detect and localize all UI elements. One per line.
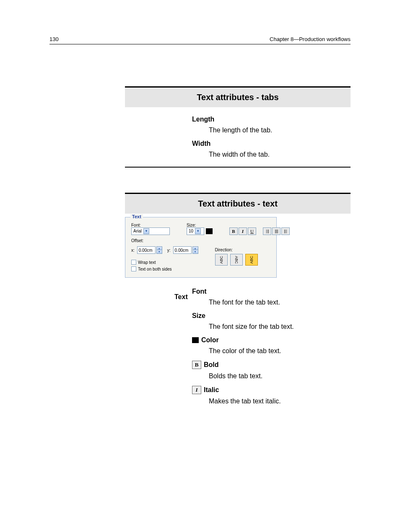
- chevron-down-icon: ▼: [157, 250, 162, 253]
- direction-vert-button[interactable]: ABC: [230, 254, 243, 266]
- wrap-text-label: Wrap text: [138, 260, 156, 265]
- field-term: Font: [192, 288, 351, 295]
- chapter-label: Chapter 8—Production workflows: [270, 36, 351, 42]
- field-desc: The font size for the tab text.: [209, 323, 351, 331]
- field-term: Color: [192, 336, 351, 344]
- chevron-up-icon: ▲: [193, 247, 198, 250]
- bold-button[interactable]: B: [229, 227, 238, 235]
- direction-label: Direction:: [215, 248, 258, 252]
- direction-down-button[interactable]: ABC: [245, 254, 258, 266]
- field-desc: Bolds the tab text.: [209, 372, 351, 380]
- direction-up-button[interactable]: ABC: [215, 254, 228, 266]
- size-select[interactable]: 10 ▼: [187, 227, 204, 235]
- offset-label: Offset:: [131, 238, 198, 243]
- both-sides-label: Text on both sides: [138, 267, 172, 271]
- color-swatch-icon[interactable]: [206, 228, 213, 234]
- topic-title: Text attributes - text: [125, 194, 351, 214]
- page-number: 130: [49, 36, 59, 42]
- field-desc: The length of the tab.: [209, 127, 351, 134]
- panel-legend: Text: [130, 214, 143, 219]
- chevron-up-icon: ▲: [157, 247, 162, 250]
- field-term: B Bold: [192, 361, 351, 369]
- side-heading: Text: [174, 293, 188, 301]
- size-label: Size:: [187, 223, 213, 227]
- chevron-down-icon: ▼: [195, 228, 201, 234]
- field-desc: Makes the tab text italic.: [209, 398, 351, 405]
- italic-icon: I: [192, 386, 201, 394]
- page-header: 130 Chapter 8—Production workflows: [49, 36, 351, 44]
- topic-tabs: Text attributes - tabs Length The length…: [125, 86, 351, 168]
- topic-text: Text attributes - text Text Font: Arial …: [125, 193, 351, 411]
- field-term: Length: [192, 116, 351, 123]
- offset-x-stepper[interactable]: 0.00cm ▲▼: [137, 246, 162, 254]
- underline-button[interactable]: U: [248, 227, 256, 235]
- bold-icon: B: [192, 361, 201, 369]
- italic-button[interactable]: I: [239, 227, 247, 235]
- both-sides-checkbox[interactable]: Text on both sides: [131, 266, 198, 271]
- font-value: Arial: [133, 229, 142, 233]
- chevron-down-icon: ▼: [193, 250, 198, 253]
- offset-y-stepper[interactable]: 0.00cm ▲▼: [173, 246, 198, 254]
- font-label: Font:: [131, 223, 170, 227]
- font-select[interactable]: Arial ▼: [131, 227, 170, 235]
- field-desc: The color of the tab text.: [209, 347, 351, 355]
- field-desc: The width of the tab.: [209, 151, 351, 158]
- offset-y-value: 0.00cm: [173, 246, 192, 254]
- field-desc: The font for the tab text.: [209, 299, 351, 306]
- topic-title: Text attributes - tabs: [125, 88, 351, 107]
- align-left-button[interactable]: |‖: [263, 227, 271, 235]
- text-attributes-panel: Text Font: Arial ▼ Size: 10: [125, 217, 277, 278]
- field-term: Size: [192, 312, 351, 320]
- offset-x-value: 0.00cm: [137, 246, 156, 254]
- offset-y-label: y:: [167, 248, 171, 253]
- color-swatch-icon: [192, 337, 199, 343]
- field-term: Width: [192, 140, 351, 147]
- wrap-text-checkbox[interactable]: Wrap text: [131, 260, 198, 265]
- offset-x-label: x:: [131, 248, 135, 253]
- align-center-button[interactable]: ‖‖: [272, 227, 281, 235]
- field-term: I Italic: [192, 386, 351, 394]
- align-right-button[interactable]: ‖|: [281, 227, 290, 235]
- chevron-down-icon: ▼: [143, 228, 149, 234]
- size-value: 10: [189, 229, 193, 233]
